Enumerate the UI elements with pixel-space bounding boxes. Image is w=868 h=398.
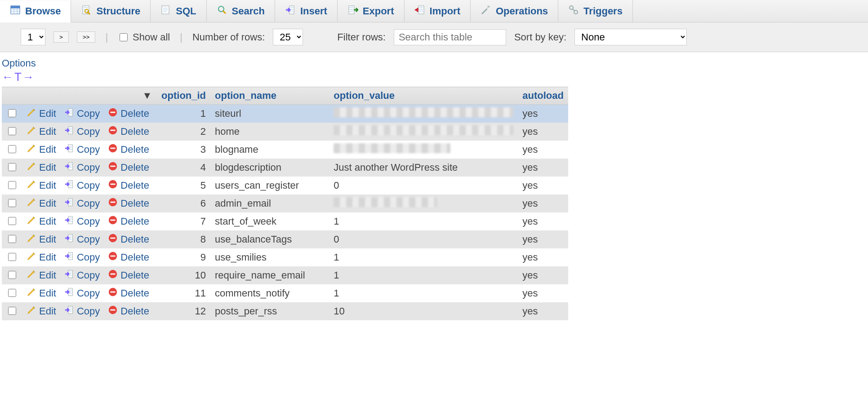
row-checkbox[interactable]	[8, 163, 16, 171]
cell-autoload: yes	[518, 123, 568, 141]
cell-option-value: 1	[329, 248, 518, 266]
delete-button[interactable]: Delete	[108, 143, 149, 156]
row-checkbox[interactable]	[8, 235, 16, 243]
copy-button[interactable]: Copy	[64, 161, 100, 174]
cell-autoload: yes	[518, 195, 568, 212]
pencil-icon	[27, 287, 36, 300]
row-checkbox[interactable]	[8, 109, 16, 117]
edit-button[interactable]: Edit	[27, 305, 56, 318]
edit-button[interactable]: Edit	[27, 215, 56, 228]
col-autoload[interactable]: autoload	[518, 87, 568, 105]
row-checkbox[interactable]	[8, 253, 16, 261]
tab-browse[interactable]: Browse	[0, 0, 71, 22]
copy-icon	[64, 251, 74, 264]
edit-button[interactable]: Edit	[27, 161, 56, 174]
last-page-button[interactable]: >>	[77, 31, 96, 43]
delete-button[interactable]: Delete	[108, 197, 149, 210]
copy-label: Copy	[77, 305, 100, 317]
row-checkbox[interactable]	[8, 217, 16, 225]
copy-button[interactable]: Copy	[64, 287, 100, 300]
edit-button[interactable]: Edit	[27, 143, 56, 156]
tab-insert[interactable]: Insert	[275, 0, 338, 22]
edit-button[interactable]: Edit	[27, 107, 56, 120]
row-checkbox[interactable]	[8, 271, 16, 279]
edit-label: Edit	[39, 305, 56, 317]
col-option-name[interactable]: option_name	[210, 87, 329, 105]
pencil-icon	[27, 305, 36, 318]
cell-autoload: yes	[518, 248, 568, 266]
edit-label: Edit	[39, 198, 56, 209]
sort-select[interactable]: None	[574, 29, 687, 45]
copy-label: Copy	[77, 234, 100, 245]
pencil-icon	[27, 143, 36, 156]
edit-label: Edit	[39, 108, 56, 119]
tab-sql[interactable]: SQL	[151, 0, 206, 22]
edit-button[interactable]: Edit	[27, 287, 56, 300]
delete-button[interactable]: Delete	[108, 179, 149, 192]
delete-button[interactable]: Delete	[108, 215, 149, 228]
cell-autoload: yes	[518, 284, 568, 302]
delete-button[interactable]: Delete	[108, 107, 149, 120]
col-checkbox	[2, 87, 22, 105]
edit-button[interactable]: Edit	[27, 233, 56, 246]
col-option-id[interactable]: option_id	[156, 87, 210, 105]
row-checkbox[interactable]	[8, 127, 16, 135]
delete-button[interactable]: Delete	[108, 269, 149, 282]
edit-button[interactable]: Edit	[27, 269, 56, 282]
show-all-checkbox[interactable]	[120, 33, 128, 41]
expand-collapse-icon[interactable]: ←T→	[2, 69, 866, 87]
tab-label: Export	[363, 5, 394, 17]
edit-button[interactable]: Edit	[27, 179, 56, 192]
delete-label: Delete	[120, 126, 149, 137]
delete-icon	[108, 107, 118, 120]
delete-label: Delete	[120, 216, 149, 227]
redacted-value	[334, 107, 513, 117]
edit-button[interactable]: Edit	[27, 251, 56, 264]
delete-label: Delete	[120, 305, 149, 317]
tab-structure[interactable]: Structure	[71, 0, 151, 22]
filter-input[interactable]	[394, 29, 506, 45]
import-icon	[414, 4, 425, 18]
copy-button[interactable]: Copy	[64, 107, 100, 120]
col-option-value[interactable]: option_value	[329, 87, 518, 105]
delete-button[interactable]: Delete	[108, 233, 149, 246]
svg-rect-12	[418, 6, 424, 14]
edit-button[interactable]: Edit	[27, 197, 56, 210]
copy-button[interactable]: Copy	[64, 251, 100, 264]
copy-label: Copy	[77, 162, 100, 173]
copy-button[interactable]: Copy	[64, 305, 100, 318]
page-select[interactable]: 1	[21, 29, 45, 45]
row-checkbox[interactable]	[8, 199, 16, 207]
edit-button[interactable]: Edit	[27, 125, 56, 138]
copy-button[interactable]: Copy	[64, 125, 100, 138]
row-checkbox[interactable]	[8, 289, 16, 297]
next-page-button[interactable]: >	[53, 31, 69, 43]
tab-triggers[interactable]: Triggers	[558, 0, 633, 22]
row-checkbox[interactable]	[8, 145, 16, 153]
row-checkbox[interactable]	[8, 181, 16, 189]
cell-autoload: yes	[518, 302, 568, 320]
options-link[interactable]: Options	[2, 57, 866, 69]
copy-button[interactable]: Copy	[64, 233, 100, 246]
copy-button[interactable]: Copy	[64, 215, 100, 228]
tab-export[interactable]: Export	[338, 0, 405, 22]
tab-search[interactable]: Search	[207, 0, 275, 22]
copy-label: Copy	[77, 144, 100, 155]
cell-option-name: blogname	[210, 141, 329, 159]
row-checkbox[interactable]	[8, 307, 16, 315]
cell-option-value: 1	[329, 284, 518, 302]
delete-button[interactable]: Delete	[108, 251, 149, 264]
copy-button[interactable]: Copy	[64, 179, 100, 192]
delete-button[interactable]: Delete	[108, 125, 149, 138]
num-rows-select[interactable]: 25	[273, 29, 303, 45]
delete-button[interactable]: Delete	[108, 305, 149, 318]
delete-button[interactable]: Delete	[108, 287, 149, 300]
svg-rect-11	[349, 6, 354, 14]
delete-button[interactable]: Delete	[108, 161, 149, 174]
copy-button[interactable]: Copy	[64, 143, 100, 156]
tab-operations[interactable]: Operations	[471, 0, 558, 22]
copy-button[interactable]: Copy	[64, 269, 100, 282]
copy-button[interactable]: Copy	[64, 197, 100, 210]
tab-import[interactable]: Import	[405, 0, 471, 22]
cell-autoload: yes	[518, 159, 568, 177]
